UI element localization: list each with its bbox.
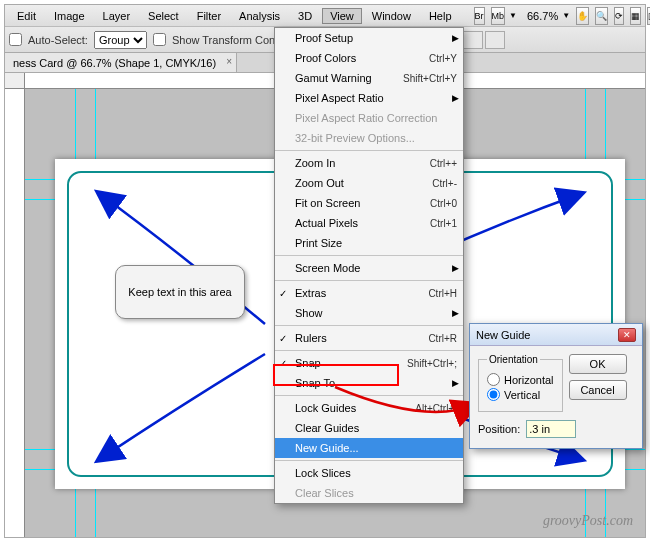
view-menu-item[interactable]: Proof ColorsCtrl+Y bbox=[275, 48, 463, 68]
document-tab[interactable]: ness Card @ 66.7% (Shape 1, CMYK/16) × bbox=[5, 53, 237, 72]
menu-item-label: Gamut Warning bbox=[281, 72, 403, 84]
orientation-vertical-label: Vertical bbox=[504, 389, 540, 401]
submenu-arrow-icon: ▶ bbox=[452, 378, 459, 388]
menu-item-shortcut: Shift+Ctrl+; bbox=[407, 358, 457, 369]
view-menu-item[interactable]: Print Size bbox=[275, 233, 463, 253]
close-icon[interactable]: ✕ bbox=[618, 328, 636, 342]
menu-item-label: Extras bbox=[281, 287, 428, 299]
menu-analysis[interactable]: Analysis bbox=[231, 8, 288, 24]
menu-item-label: Print Size bbox=[281, 237, 457, 249]
new-guide-dialog: New Guide ✕ Orientation Horizontal Verti… bbox=[469, 323, 643, 449]
view-menu-item[interactable]: Fit on ScreenCtrl+0 bbox=[275, 193, 463, 213]
orientation-horizontal-label: Horizontal bbox=[504, 374, 554, 386]
menu-bar: Edit Image Layer Select Filter Analysis … bbox=[5, 5, 645, 27]
view-menu-item[interactable]: ✓SnapShift+Ctrl+; bbox=[275, 353, 463, 373]
check-icon: ✓ bbox=[279, 333, 287, 344]
cancel-button[interactable]: Cancel bbox=[569, 380, 627, 400]
menu-item-label: Zoom Out bbox=[281, 177, 432, 189]
rotate-view-icon[interactable]: ⟳ bbox=[614, 7, 624, 25]
ruler-origin[interactable] bbox=[5, 73, 25, 89]
menu-item-label: Rulers bbox=[281, 332, 428, 344]
menu-select[interactable]: Select bbox=[140, 8, 187, 24]
orientation-vertical-radio[interactable] bbox=[487, 388, 500, 401]
ok-button[interactable]: OK bbox=[569, 354, 627, 374]
menu-item-label: Show bbox=[281, 307, 457, 319]
view-menu-item[interactable]: Actual PixelsCtrl+1 bbox=[275, 213, 463, 233]
dialog-titlebar[interactable]: New Guide ✕ bbox=[470, 324, 642, 346]
menu-item-shortcut: Ctrl+R bbox=[428, 333, 457, 344]
watermark: groovyPost.com bbox=[543, 513, 633, 529]
close-tab-icon[interactable]: × bbox=[226, 56, 232, 67]
menu-layer[interactable]: Layer bbox=[95, 8, 139, 24]
view-menu-item[interactable]: Zoom OutCtrl+- bbox=[275, 173, 463, 193]
view-menu-item: Pixel Aspect Ratio Correction bbox=[275, 108, 463, 128]
submenu-arrow-icon: ▶ bbox=[452, 93, 459, 103]
menu-item-label: Proof Colors bbox=[281, 52, 429, 64]
view-menu-item[interactable]: Clear Guides bbox=[275, 418, 463, 438]
menu-item-label: Proof Setup bbox=[281, 32, 457, 44]
menu-item-shortcut: Ctrl+1 bbox=[430, 218, 457, 229]
menu-item-shortcut: Ctrl+H bbox=[428, 288, 457, 299]
menu-item-shortcut: Ctrl+0 bbox=[430, 198, 457, 209]
menu-item-shortcut: Ctrl+Y bbox=[429, 53, 457, 64]
position-label: Position: bbox=[478, 423, 520, 435]
menu-item-label: Snap To bbox=[281, 377, 457, 389]
menu-item-label: Pixel Aspect Ratio Correction bbox=[281, 112, 457, 124]
view-menu-item[interactable]: New Guide... bbox=[275, 438, 463, 458]
view-menu-item[interactable]: Screen Mode▶ bbox=[275, 258, 463, 278]
menu-item-label: Actual Pixels bbox=[281, 217, 430, 229]
submenu-arrow-icon: ▶ bbox=[452, 33, 459, 43]
menu-edit[interactable]: Edit bbox=[9, 8, 44, 24]
auto-select-checkbox[interactable] bbox=[9, 33, 22, 46]
hand-tool-icon[interactable]: ✋ bbox=[576, 7, 589, 25]
menu-item-label: Snap bbox=[281, 357, 407, 369]
bridge-button[interactable]: Br bbox=[474, 7, 485, 25]
view-menu-item[interactable]: Snap To▶ bbox=[275, 373, 463, 393]
view-menu-item[interactable]: Pixel Aspect Ratio▶ bbox=[275, 88, 463, 108]
orientation-horizontal-radio[interactable] bbox=[487, 373, 500, 386]
menu-item-label: Clear Guides bbox=[281, 422, 457, 434]
menu-3d[interactable]: 3D bbox=[290, 8, 320, 24]
menu-item-label: Clear Slices bbox=[281, 487, 457, 499]
menu-item-shortcut: Shift+Ctrl+Y bbox=[403, 73, 457, 84]
mini-bridge-button[interactable]: Mb bbox=[491, 7, 506, 25]
chevron-down-icon: ▼ bbox=[509, 11, 517, 20]
orientation-group: Orientation Horizontal Vertical bbox=[478, 354, 563, 412]
annotation-callout: Keep text in this area bbox=[115, 265, 245, 319]
auto-select-label: Auto-Select: bbox=[28, 34, 88, 46]
menu-help[interactable]: Help bbox=[421, 8, 460, 24]
view-menu-item[interactable]: ✓RulersCtrl+R bbox=[275, 328, 463, 348]
menu-image[interactable]: Image bbox=[46, 8, 93, 24]
menu-item-label: New Guide... bbox=[281, 442, 457, 454]
align-icon[interactable] bbox=[463, 31, 483, 49]
view-menu-item: 32-bit Preview Options... bbox=[275, 128, 463, 148]
view-menu-item[interactable]: Proof Setup▶ bbox=[275, 28, 463, 48]
menu-view[interactable]: View bbox=[322, 8, 362, 24]
show-transform-checkbox[interactable] bbox=[153, 33, 166, 46]
ruler-vertical[interactable] bbox=[5, 89, 25, 537]
view-menu-dropdown: Proof Setup▶Proof ColorsCtrl+YGamut Warn… bbox=[274, 27, 464, 504]
menu-item-label: 32-bit Preview Options... bbox=[281, 132, 457, 144]
view-menu-item: Clear Slices bbox=[275, 483, 463, 503]
menu-item-label: Screen Mode bbox=[281, 262, 457, 274]
orientation-legend: Orientation bbox=[487, 354, 540, 365]
menu-item-shortcut: Alt+Ctrl+; bbox=[415, 403, 457, 414]
menu-filter[interactable]: Filter bbox=[189, 8, 229, 24]
menu-item-shortcut: Ctrl+- bbox=[432, 178, 457, 189]
menu-item-label: Lock Guides bbox=[281, 402, 415, 414]
view-menu-item[interactable]: Gamut WarningShift+Ctrl+Y bbox=[275, 68, 463, 88]
view-menu-item[interactable]: Show▶ bbox=[275, 303, 463, 323]
view-menu-item[interactable]: Lock Slices bbox=[275, 463, 463, 483]
auto-select-type[interactable]: Group bbox=[94, 31, 147, 49]
zoom-tool-icon[interactable]: 🔍 bbox=[595, 7, 608, 25]
view-menu-item[interactable]: Zoom InCtrl++ bbox=[275, 153, 463, 173]
menu-item-label: Zoom In bbox=[281, 157, 430, 169]
menu-item-label: Pixel Aspect Ratio bbox=[281, 92, 457, 104]
position-input[interactable] bbox=[526, 420, 576, 438]
zoom-display[interactable]: 66.7% bbox=[527, 10, 558, 22]
menu-window[interactable]: Window bbox=[364, 8, 419, 24]
arrange-docs-icon[interactable]: ▦ bbox=[630, 7, 641, 25]
view-menu-item[interactable]: ✓ExtrasCtrl+H bbox=[275, 283, 463, 303]
view-menu-item[interactable]: Lock GuidesAlt+Ctrl+; bbox=[275, 398, 463, 418]
align-icon[interactable] bbox=[485, 31, 505, 49]
